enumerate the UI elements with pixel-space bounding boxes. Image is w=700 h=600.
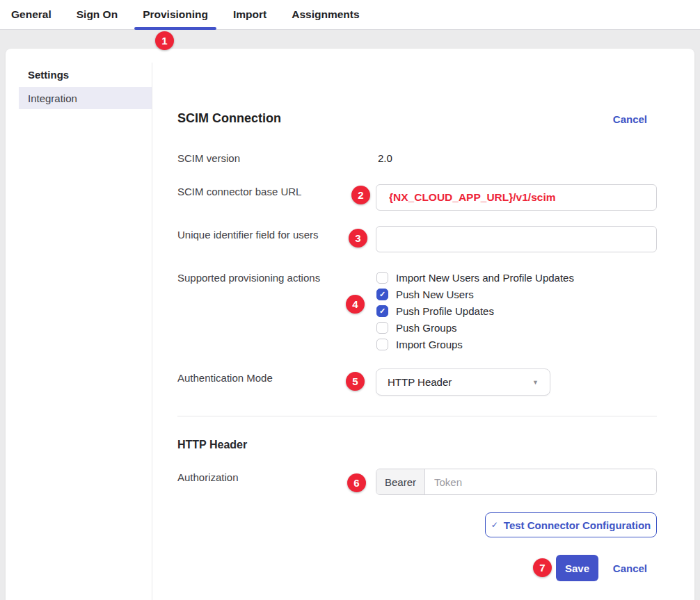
bearer-prefix: Bearer [376, 469, 425, 494]
unique-id-label: Unique identifier field for users [177, 229, 319, 241]
cancel-link-top[interactable]: Cancel [613, 113, 647, 125]
cancel-link-bottom[interactable]: Cancel [613, 562, 647, 574]
checkbox-label: Import New Users and Profile Updates [396, 272, 574, 284]
auth-mode-selected-value: HTTP Header [388, 376, 452, 388]
annotation-badge-5: 5 [346, 372, 365, 391]
auth-mode-select[interactable]: HTTP Header ▼ [376, 368, 550, 396]
provisioning-actions-group: ✓ Import New Users and Profile Updates ✓… [376, 269, 574, 352]
annotation-badge-3: 3 [349, 229, 367, 248]
checkbox-push-groups[interactable]: ✓ [376, 322, 388, 334]
http-header-section-title: HTTP Header [177, 439, 247, 451]
tab-provisioning[interactable]: Provisioning [134, 0, 216, 29]
section-divider [177, 416, 657, 416]
annotation-badge-6: 6 [347, 473, 366, 492]
tab-sign-on[interactable]: Sign On [68, 0, 126, 29]
check-icon: ✓ [491, 520, 498, 530]
annotation-badge-4: 4 [346, 295, 365, 314]
annotation-badge-7: 7 [533, 558, 552, 577]
chevron-down-icon: ▼ [532, 379, 539, 386]
checkbox-row-push-groups[interactable]: ✓ Push Groups [376, 319, 574, 336]
app-tabbar: General Sign On Provisioning Import Assi… [0, 0, 700, 30]
checkbox-label: Push Profile Updates [396, 305, 494, 317]
tab-import[interactable]: Import [225, 0, 275, 29]
checkbox-row-import-groups[interactable]: ✓ Import Groups [376, 336, 574, 352]
authorization-label: Authorization [177, 471, 239, 483]
unique-id-input[interactable] [376, 226, 657, 252]
authorization-input-group: Bearer [376, 469, 657, 495]
checkbox-row-import-users[interactable]: ✓ Import New Users and Profile Updates [376, 269, 574, 286]
checkbox-row-push-profile-updates[interactable]: ✓ Push Profile Updates [376, 302, 574, 319]
sidebar-item-integration[interactable]: Integration [19, 87, 152, 109]
tab-general[interactable]: General [3, 0, 60, 29]
test-connector-button[interactable]: ✓ Test Connector Configuration [485, 512, 657, 537]
checkbox-import-users[interactable]: ✓ [376, 272, 388, 284]
actions-label: Supported provisioning actions [177, 272, 320, 284]
base-url-input[interactable] [376, 184, 657, 211]
save-button[interactable]: Save [556, 555, 598, 581]
page-title: SCIM Connection [177, 111, 281, 126]
sidebar-divider [152, 63, 152, 600]
test-connector-label: Test Connector Configuration [504, 519, 651, 531]
base-url-label: SCIM connector base URL [177, 186, 301, 197]
tab-assignments[interactable]: Assignments [283, 0, 367, 29]
scim-version-label: SCIM version [177, 152, 240, 164]
checkbox-label: Import Groups [396, 339, 463, 350]
scim-version-value: 2.0 [378, 152, 392, 164]
checkbox-label: Push Groups [396, 322, 457, 334]
checkbox-label: Push New Users [396, 289, 474, 300]
checkbox-push-profile-updates[interactable]: ✓ [376, 305, 388, 317]
provisioning-card: Settings Integration SCIM Connection Can… [6, 49, 694, 600]
sidebar-item-label: Integration [28, 92, 77, 104]
token-input[interactable] [425, 469, 656, 494]
annotation-badge-2: 2 [351, 186, 370, 204]
annotation-badge-1: 1 [155, 31, 174, 50]
checkbox-import-groups[interactable]: ✓ [376, 339, 388, 350]
checkbox-row-push-new-users[interactable]: ✓ Push New Users [376, 286, 574, 302]
sidebar-heading: Settings [28, 69, 69, 81]
checkbox-push-new-users[interactable]: ✓ [376, 289, 388, 300]
auth-mode-label: Authentication Mode [177, 372, 273, 384]
